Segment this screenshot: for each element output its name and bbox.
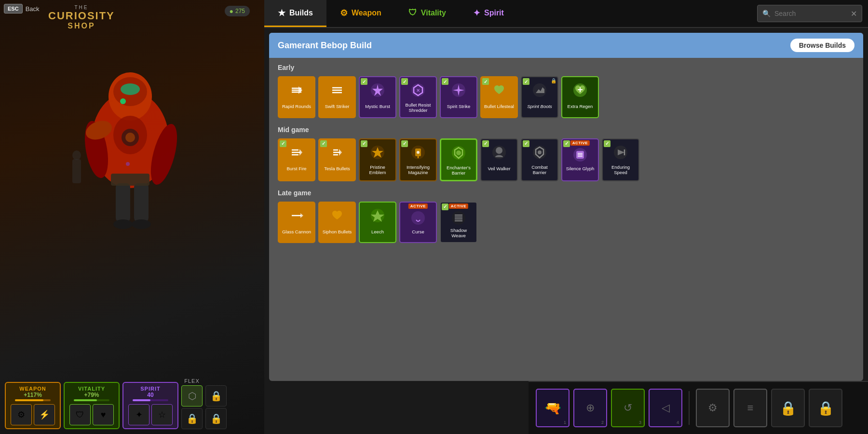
spirit-stat-box[interactable]: SPIRIT 40 ✦ ☆ [122, 382, 178, 429]
vitality-ability-2[interactable]: ♥ [93, 404, 114, 425]
section-early-title: Early [278, 64, 854, 71]
inv-separator [689, 391, 690, 425]
svg-point-13 [120, 98, 126, 104]
inv-slot-3[interactable]: ↺ 3 [611, 389, 645, 427]
stat-boxes: WEAPON +117% ⚙ ⚡ VITALITY +79% 🛡 ♥ SPIRI… [5, 376, 227, 429]
item-rapid-rounds[interactable]: Rapid Rounds [278, 76, 315, 118]
weapon-tab-icon: ⚙ [340, 8, 348, 18]
weapon-ability-1[interactable]: ⚙ [11, 404, 32, 425]
item-glass-cannon[interactable]: Glass Cannon [278, 202, 315, 244]
top-bar: ESC Back [4, 4, 40, 14]
back-label[interactable]: Back [26, 5, 40, 13]
tesla-bullets-label: Tesla Bullets [321, 163, 353, 175]
item-mystic-burst[interactable]: ✓ Mystic Burst [359, 76, 396, 118]
svg-rect-16 [111, 174, 149, 186]
item-siphon-bullets[interactable]: Siphon Bullets [318, 202, 356, 244]
tab-builds-label: Builds [289, 9, 313, 17]
item-burst-fire[interactable]: ✓ Burst Fire [278, 138, 315, 181]
svg-point-80 [452, 211, 465, 225]
esc-button[interactable]: ESC [4, 4, 23, 14]
search-clear-button[interactable]: ✕ [851, 9, 857, 18]
inv-slot-6-icon: ≡ [747, 402, 754, 414]
item-silence-glyph[interactable]: ✓ ACTIVE Silence Glyph [561, 138, 599, 181]
spirit-ability-1[interactable]: ✦ [128, 404, 149, 425]
inv-slot-7-icon: 🔒 [780, 400, 797, 416]
pristine-emblem-check: ✓ [361, 140, 367, 147]
vitality-stat-box[interactable]: VITALITY +79% 🛡 ♥ [64, 382, 120, 429]
inv-slot-5[interactable]: ⚙ [696, 389, 730, 427]
svg-point-14 [126, 162, 130, 166]
glass-cannon-icon [281, 204, 312, 227]
search-input[interactable] [774, 10, 847, 17]
shadow-weave-active-badge: ACTIVE [449, 203, 468, 209]
combat-barrier-check: ✓ [523, 140, 529, 147]
item-intensifying-magazine[interactable]: ✓ Intensifying Magazine [399, 138, 437, 181]
inv-slot-5-icon: ⚙ [708, 402, 718, 414]
flex-slot-2[interactable]: 🔒 [181, 408, 203, 429]
inv-slot-1-icon: 🔫 [544, 400, 561, 416]
weapon-stat-box[interactable]: WEAPON +117% ⚙ ⚡ [5, 382, 61, 429]
tab-vitality[interactable]: 🛡 Vitality [395, 0, 460, 27]
weapon-stat-name: WEAPON [11, 386, 55, 392]
character-area [39, 39, 222, 270]
inv-slot-2[interactable]: ⊕ 2 [573, 389, 607, 427]
inv-slot-1[interactable]: 🔫 1 [536, 389, 570, 427]
mystic-burst-label: Mystic Burst [362, 101, 393, 113]
item-bullet-resist-shredder[interactable]: ✓ ✕ Bullet Resist Shredder [399, 76, 437, 118]
extra-regen-label: Extra Regen [564, 101, 596, 113]
burst-fire-check: ✓ [280, 140, 286, 147]
item-pristine-emblem[interactable]: ✓ Pristine Emblem [359, 138, 396, 181]
rapid-rounds-label: Rapid Rounds [281, 101, 312, 113]
bullet-resist-shredder-label: Bullet Resist Shredder [402, 101, 434, 115]
tab-vitality-label: Vitality [421, 9, 446, 17]
tab-spirit[interactable]: ✦ Spirit [460, 0, 517, 27]
right-panel: ★ Builds ⚙ Weapon 🛡 Vitality ✦ Spirit 🔍 … [264, 0, 868, 434]
flex-slot-4[interactable]: 🔒 [205, 408, 227, 429]
item-combat-barrier[interactable]: ✓ Combat Barrier [521, 138, 558, 181]
item-swift-striker[interactable]: Swift Striker [318, 76, 356, 118]
item-bullet-lifesteal[interactable]: ✓ Bullet Lifesteal [480, 76, 518, 118]
item-veil-walker[interactable]: ✓ Veil Walker [480, 138, 518, 181]
weapon-ability-2[interactable]: ⚡ [34, 404, 55, 425]
inventory-bar: 🔫 1 ⊕ 2 ↺ 3 ◁ 4 ⚙ ≡ 🔒 🔒 ⚙ [529, 381, 868, 434]
vitality-tab-icon: 🛡 [408, 8, 417, 18]
section-midgame-title: Mid game [278, 126, 854, 134]
inv-slot-6[interactable]: ≡ [733, 389, 767, 427]
item-spirit-strike[interactable]: ✓ Spirit Strike [440, 76, 477, 118]
flex-slot-3[interactable]: 🔒 [205, 385, 227, 407]
tab-weapon[interactable]: ⚙ Weapon [326, 0, 395, 27]
inv-slot-7[interactable]: 🔒 [771, 389, 805, 427]
rapid-rounds-icon [281, 79, 312, 101]
vitality-ability-1[interactable]: 🛡 [69, 404, 91, 425]
build-panel: Gamerant Bebop Build Browse Builds Early… [269, 33, 863, 380]
currency-value: 275 [235, 8, 245, 14]
flex-slot-1[interactable]: ⬡ [181, 385, 203, 407]
veil-walker-label: Veil Walker [483, 163, 515, 175]
spirit-ability-2[interactable]: ☆ [151, 404, 173, 425]
inv-slot-8[interactable]: 🔒 [809, 389, 842, 427]
browse-builds-button[interactable]: Browse Builds [790, 39, 854, 52]
item-tesla-bullets[interactable]: ✓ Tesla Bullets [318, 138, 356, 181]
silence-glyph-active-badge: ACTIVE [570, 140, 590, 146]
vitality-stat-value: +79% [69, 392, 114, 398]
item-extra-regen[interactable]: Extra Regen [561, 76, 599, 118]
flex-box-2: 🔒 🔒 [205, 385, 227, 429]
item-sprint-boots[interactable]: ✓ 🔒 Sprint Boots [521, 76, 558, 118]
svg-point-78 [411, 211, 425, 225]
intensifying-magazine-label: Intensifying Magazine [402, 163, 434, 177]
leech-label: Leech [362, 227, 393, 238]
tab-spirit-label: Spirit [484, 9, 504, 17]
silence-glyph-check: ✓ [563, 140, 570, 147]
shadow-weave-check: ✓ [442, 203, 448, 210]
tab-builds[interactable]: ★ Builds [264, 0, 326, 27]
item-leech[interactable]: Leech [359, 202, 396, 244]
item-enchanters-barrier[interactable]: Enchanter's Barrier [440, 138, 477, 181]
item-curse[interactable]: ACTIVE Curse [399, 202, 437, 244]
inv-slot-4[interactable]: ◁ 4 [649, 389, 682, 427]
shadow-weave-label: Shadow Weave [443, 227, 475, 241]
inv-slot-4-icon: ◁ [662, 402, 670, 414]
item-enduring-speed[interactable]: ✓ Enduring Speed [602, 138, 639, 181]
item-shadow-weave[interactable]: ✓ ACTIVE Shadow Weave [440, 202, 477, 244]
svg-point-58 [456, 150, 461, 155]
svg-rect-10 [134, 183, 149, 222]
